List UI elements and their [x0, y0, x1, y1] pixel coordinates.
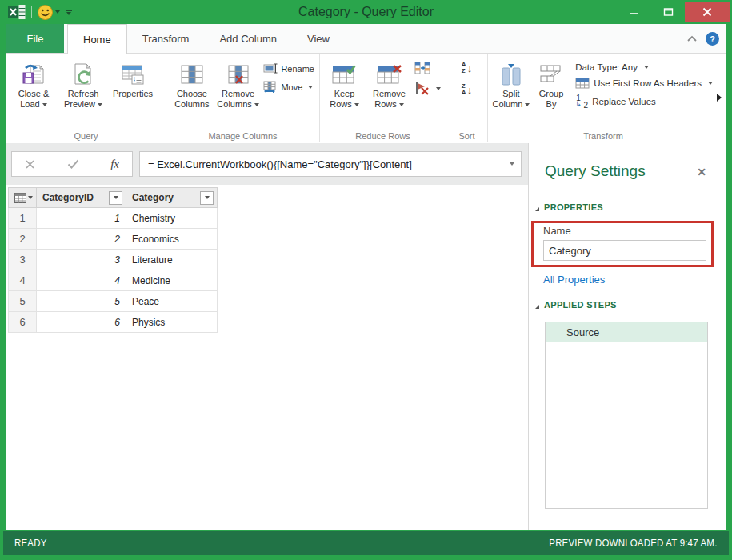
cell-category[interactable]: Chemistry — [126, 208, 218, 229]
remove-alternate-rows-button[interactable] — [412, 61, 443, 75]
chevron-down-icon — [708, 82, 713, 85]
minimize-button[interactable] — [618, 2, 651, 22]
formula-input[interactable]: = Excel.CurrentWorkbook(){[Name="Categor… — [139, 151, 522, 177]
use-first-row-as-headers-button[interactable]: Use First Row As Headers — [575, 78, 713, 89]
table-menu-button[interactable] — [8, 187, 37, 208]
close-panel-icon[interactable]: ✕ — [697, 166, 706, 178]
tab-transform[interactable]: Transform — [127, 24, 205, 53]
tab-file[interactable]: File — [6, 24, 64, 53]
split-column-icon — [500, 60, 522, 89]
remove-rows-button[interactable]: Remove Rows — [366, 56, 412, 110]
commit-icon[interactable] — [67, 159, 79, 169]
ribbon-tab-row: File Home Transform Add Column View ? — [6, 24, 726, 54]
chevron-down-icon — [354, 103, 359, 106]
keep-rows-icon — [331, 60, 358, 89]
ribbon-scroll-right-button[interactable] — [714, 54, 724, 142]
remove-columns-button[interactable]: Remove Columns — [215, 56, 262, 110]
quick-access-toolbar — [0, 5, 78, 20]
replace-values-icon: 1 ↳ 2 — [575, 94, 588, 109]
chevron-down-icon — [308, 86, 313, 89]
preview-grid: CategoryID Category 1 1 Chemistry — [6, 185, 528, 530]
table-row[interactable]: 5 5 Peace — [8, 291, 218, 312]
cell-categoryid[interactable]: 3 — [37, 250, 126, 270]
query-name-input[interactable] — [543, 240, 706, 261]
table-row[interactable]: 6 6 Physics — [8, 312, 218, 333]
refresh-preview-button[interactable]: Refresh Preview — [58, 56, 108, 110]
cell-categoryid[interactable]: 6 — [37, 312, 126, 333]
ribbon-group-query: Close & Load Refresh Preview — [6, 54, 166, 142]
ribbon-group-reduce-rows: Keep Rows Remove Rows — [320, 54, 446, 142]
separator — [78, 6, 78, 18]
chevron-down-icon — [28, 196, 33, 199]
cancel-icon[interactable] — [25, 159, 35, 170]
formula-text: = Excel.CurrentWorkbook(){[Name="Categor… — [148, 158, 412, 170]
all-properties-link[interactable]: All Properties — [543, 274, 605, 286]
customize-toolbar-icon[interactable] — [66, 10, 72, 15]
filter-icon[interactable] — [109, 191, 122, 205]
split-column-button[interactable]: Split Column — [490, 56, 532, 110]
remove-errors-button[interactable] — [412, 81, 443, 96]
remove-errors-icon — [414, 82, 430, 95]
ribbon-group-transform: Split Column Group By — [488, 54, 718, 142]
chevron-down-icon — [525, 103, 530, 106]
cell-categoryid[interactable]: 5 — [37, 291, 126, 312]
choose-columns-button[interactable]: Choose Columns — [169, 56, 215, 110]
rename-button[interactable]: Rename — [261, 62, 317, 74]
send-smile-icon[interactable] — [38, 5, 60, 20]
cell-categoryid[interactable]: 2 — [37, 229, 126, 250]
cell-categoryid[interactable]: 1 — [37, 208, 126, 229]
collapse-triangle-icon — [535, 301, 539, 309]
filter-icon[interactable] — [200, 191, 214, 205]
row-number: 4 — [8, 270, 37, 291]
replace-values-button[interactable]: 1 ↳ 2 Replace Values — [575, 94, 713, 109]
table-row[interactable]: 1 1 Chemistry — [8, 208, 218, 229]
properties-icon — [120, 60, 146, 89]
tab-view[interactable]: View — [292, 24, 345, 53]
close-button[interactable] — [685, 2, 730, 22]
keep-rows-button[interactable]: Keep Rows — [322, 56, 366, 110]
client-area: File Home Transform Add Column View ? — [6, 24, 726, 530]
table-row[interactable]: 3 3 Literature — [8, 250, 218, 270]
column-header-categoryid[interactable]: CategoryID — [37, 187, 126, 208]
column-header-category[interactable]: Category — [126, 187, 218, 208]
move-button[interactable]: Move — [261, 80, 317, 94]
cell-category[interactable]: Medicine — [126, 270, 218, 291]
table-row[interactable]: 2 2 Economics — [8, 229, 218, 250]
sort-az-icon: AZ — [462, 62, 466, 74]
chevron-down-icon — [644, 66, 649, 69]
status-preview-time: PREVIEW DOWNLOADED AT 9:47 AM. — [550, 538, 718, 549]
applied-steps-section-header[interactable]: APPLIED STEPS — [535, 300, 617, 310]
chevron-down-icon[interactable] — [510, 162, 514, 166]
tab-add-column[interactable]: Add Column — [204, 24, 292, 53]
data-table: CategoryID Category 1 1 Chemistry — [8, 187, 218, 333]
table-icon — [14, 193, 26, 203]
maximize-button[interactable] — [651, 2, 685, 22]
cell-category[interactable]: Peace — [126, 291, 218, 312]
excel-app-icon — [8, 5, 26, 19]
data-type-button[interactable]: Data Type: Any — [575, 62, 713, 72]
step-source[interactable]: Source — [546, 322, 707, 342]
tab-home[interactable]: Home — [67, 24, 127, 54]
cell-categoryid[interactable]: 4 — [37, 270, 126, 291]
cell-category[interactable]: Economics — [126, 229, 218, 250]
remove-alternate-rows-icon — [414, 62, 430, 74]
chevron-down-icon — [98, 103, 102, 106]
move-icon — [263, 81, 278, 93]
row-number: 6 — [8, 312, 37, 333]
collapse-ribbon-icon[interactable] — [686, 35, 698, 42]
table-row[interactable]: 4 4 Medicine — [8, 270, 218, 291]
sort-descending-button[interactable]: ZA ↓ — [459, 82, 474, 97]
sort-ascending-button[interactable]: AZ ↓ — [459, 61, 474, 75]
cell-category[interactable]: Literature — [126, 250, 218, 270]
properties-button[interactable]: Properties — [108, 56, 158, 110]
close-and-load-button[interactable]: Close & Load — [9, 56, 58, 110]
group-by-icon — [539, 60, 563, 89]
properties-section-header[interactable]: PROPERTIES — [535, 202, 603, 212]
group-by-button[interactable]: Group By — [532, 56, 570, 110]
separator — [31, 6, 32, 18]
title-bar: Category - Query Editor — [0, 0, 732, 24]
help-icon[interactable]: ? — [706, 32, 719, 46]
cell-category[interactable]: Physics — [126, 312, 218, 333]
applied-steps-list: Source — [545, 322, 708, 509]
remove-rows-icon — [376, 60, 403, 89]
